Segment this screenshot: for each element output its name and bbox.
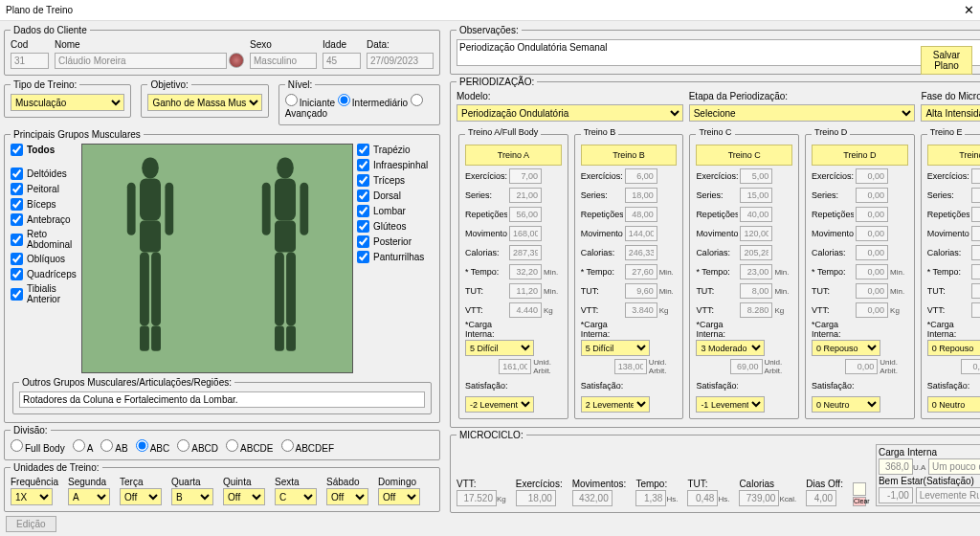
sexo-label: Sexo bbox=[250, 39, 317, 50]
nivel-iniciante[interactable] bbox=[285, 94, 298, 106]
div-ABCD[interactable]: ABCD bbox=[177, 443, 218, 454]
calendar-icon[interactable] bbox=[853, 482, 866, 496]
t1-re bbox=[625, 207, 657, 222]
nivel-intermediario[interactable] bbox=[338, 94, 350, 106]
check-Tibialis Anterior[interactable]: Tibialis Anterior bbox=[11, 283, 78, 304]
t0-vtt bbox=[509, 302, 542, 318]
div-ABC[interactable]: ABC bbox=[136, 443, 170, 454]
obs-textarea[interactable]: Periodização Ondulatória Semanal bbox=[457, 39, 980, 66]
div-ABCDE[interactable]: ABCDE bbox=[226, 443, 273, 454]
day-Domingo[interactable]: Off bbox=[378, 488, 420, 505]
check-Oblíquos[interactable]: Oblíquos bbox=[11, 253, 78, 265]
treino-btn-0[interactable]: Treino A bbox=[465, 145, 562, 166]
clear-button[interactable]: Clear bbox=[853, 497, 866, 506]
check-todos[interactable] bbox=[11, 144, 23, 156]
micro-ex bbox=[516, 490, 556, 506]
nome-input[interactable] bbox=[55, 53, 227, 69]
t2-tut bbox=[740, 283, 772, 299]
record-icon[interactable] bbox=[229, 53, 244, 68]
t4-ex bbox=[971, 168, 980, 184]
close-icon[interactable]: ✕ bbox=[964, 3, 974, 17]
t2-ca bbox=[740, 245, 772, 260]
day-Sexta[interactable]: C bbox=[275, 488, 317, 505]
micro-be2 bbox=[916, 487, 980, 503]
svg-rect-8 bbox=[151, 325, 161, 350]
micro-ci bbox=[879, 458, 913, 475]
t3-ci[interactable]: 0 Repouso bbox=[812, 340, 880, 356]
micro-ci2 bbox=[928, 458, 980, 475]
modelo-select[interactable]: Periodização Ondulatória bbox=[457, 104, 683, 122]
data-input[interactable] bbox=[367, 53, 434, 69]
t1-ci[interactable]: 5 Difícil bbox=[581, 340, 650, 356]
check-Posterior[interactable]: Posterior bbox=[357, 235, 434, 248]
t1-te bbox=[625, 264, 657, 279]
body-figure bbox=[81, 144, 353, 373]
check-Deltóides[interactable]: Deltóides bbox=[11, 168, 78, 180]
day-Segunda[interactable]: A bbox=[68, 488, 110, 505]
check-Reto Abdominal[interactable]: Reto Abdominal bbox=[11, 229, 78, 250]
div-AB[interactable]: AB bbox=[100, 443, 127, 454]
micro-ca bbox=[739, 490, 779, 506]
t2-se bbox=[740, 188, 772, 203]
idade-label: Idade bbox=[323, 39, 361, 50]
check-Bíceps[interactable]: Bíceps bbox=[11, 198, 78, 211]
t4-ci[interactable]: 0 Repouso bbox=[927, 340, 980, 356]
t2-ci[interactable]: 3 Moderado bbox=[696, 340, 765, 356]
t0-sa[interactable]: -2 Levemente bbox=[465, 396, 534, 413]
check-Dorsal[interactable]: Dorsal bbox=[357, 190, 434, 202]
treino-btn-2[interactable]: Treino C bbox=[696, 145, 792, 166]
t2-sa[interactable]: -1 Levemente bbox=[696, 396, 765, 413]
check-Tríceps[interactable]: Tríceps bbox=[357, 174, 434, 187]
t0-ci[interactable]: 5 Difícil bbox=[465, 340, 534, 356]
check-Antebraço[interactable]: Antebraço bbox=[11, 213, 78, 226]
day-Quarta[interactable]: B bbox=[171, 488, 213, 505]
div-Full Body[interactable]: Full Body bbox=[11, 443, 65, 454]
micro-vtt bbox=[457, 490, 497, 506]
muscles-fieldset: Principais Grupos Musculares TodosDeltói… bbox=[4, 129, 440, 423]
tipo-select[interactable]: Musculação bbox=[11, 94, 124, 111]
t4-vtt bbox=[971, 302, 980, 318]
obj-select[interactable]: Ganho de Massa Muscular bbox=[147, 94, 261, 111]
t0-re bbox=[509, 207, 542, 222]
check-Lombar[interactable]: Lombar bbox=[357, 205, 434, 217]
svg-rect-15 bbox=[286, 252, 296, 325]
outros-input[interactable] bbox=[19, 391, 425, 408]
day-Quinta[interactable]: Off bbox=[223, 488, 265, 505]
check-Quadríceps[interactable]: Quadríceps bbox=[11, 268, 78, 280]
t1-sa[interactable]: 2 Levemente bbox=[581, 396, 650, 413]
etapa-select[interactable]: Selecione bbox=[689, 104, 916, 122]
check-Glúteos[interactable]: Glúteos bbox=[357, 220, 434, 233]
day-Terça[interactable]: Off bbox=[120, 488, 162, 505]
nivel-avancado[interactable] bbox=[411, 94, 423, 106]
svg-rect-14 bbox=[275, 252, 284, 325]
microciclo-fieldset: MICROCICLO: VTT:Kg Exercícios: Movimento… bbox=[450, 430, 980, 513]
t4-te bbox=[971, 264, 980, 279]
cod-input[interactable] bbox=[11, 53, 49, 69]
treino-btn-1[interactable]: Treino B bbox=[581, 145, 678, 166]
t3-mo bbox=[856, 226, 888, 241]
t3-se bbox=[856, 188, 888, 203]
check-Peitoral[interactable]: Peitoral bbox=[11, 183, 78, 195]
t3-sa[interactable]: 0 Neutro bbox=[812, 396, 880, 413]
t0-ca bbox=[509, 245, 542, 260]
treino-btn-3[interactable]: Treino D bbox=[812, 145, 908, 166]
t0-tut bbox=[509, 283, 542, 299]
div-ABCDEF[interactable]: ABCDEF bbox=[281, 443, 335, 454]
save-button[interactable]: Salvar Plano bbox=[921, 46, 972, 75]
t0-ex bbox=[509, 168, 542, 184]
t4-sa[interactable]: 0 Neutro bbox=[927, 396, 980, 413]
div-A[interactable]: A bbox=[73, 443, 94, 454]
day-Sábado[interactable]: Off bbox=[326, 488, 368, 505]
check-Infraespinhal[interactable]: Infraespinhal bbox=[357, 159, 434, 171]
t3-re bbox=[856, 207, 888, 222]
check-Trapézio[interactable]: Trapézio bbox=[357, 144, 434, 156]
body-back-icon bbox=[254, 153, 317, 364]
check-Panturrilhas[interactable]: Panturrilhas bbox=[357, 251, 434, 263]
treino-btn-4[interactable]: Treino E bbox=[927, 145, 980, 166]
t1-mo bbox=[625, 226, 657, 241]
tab-edicao[interactable]: Edição bbox=[6, 516, 56, 532]
svg-rect-7 bbox=[140, 325, 149, 350]
fase-select[interactable]: Alta Intensida bbox=[921, 104, 980, 122]
freq-select[interactable]: 1X bbox=[11, 488, 53, 505]
t2-ci2 bbox=[730, 359, 763, 374]
